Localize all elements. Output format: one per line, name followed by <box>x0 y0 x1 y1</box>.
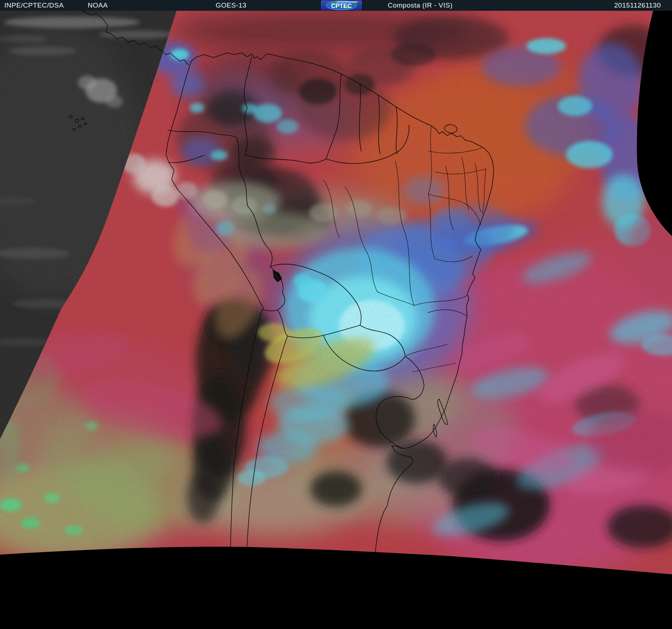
header-bar: INPE/CPTEC/DSA NOAA GOES-13 CPTEC Compos… <box>0 0 672 11</box>
timestamp-label: 201511261130 <box>614 0 661 11</box>
satellite-label: GOES-13 <box>216 0 247 11</box>
logo-text: CPTEC <box>331 3 352 9</box>
agency-label: INPE/CPTEC/DSA <box>4 0 64 11</box>
product-label: Composta (IR - VIS) <box>388 0 453 11</box>
cptec-logo: CPTEC <box>321 0 362 10</box>
satellite-image-viewer: INPE/CPTEC/DSA NOAA GOES-13 CPTEC Compos… <box>0 0 672 629</box>
noaa-label: NOAA <box>88 0 108 11</box>
satellite-composite-map <box>0 0 672 629</box>
